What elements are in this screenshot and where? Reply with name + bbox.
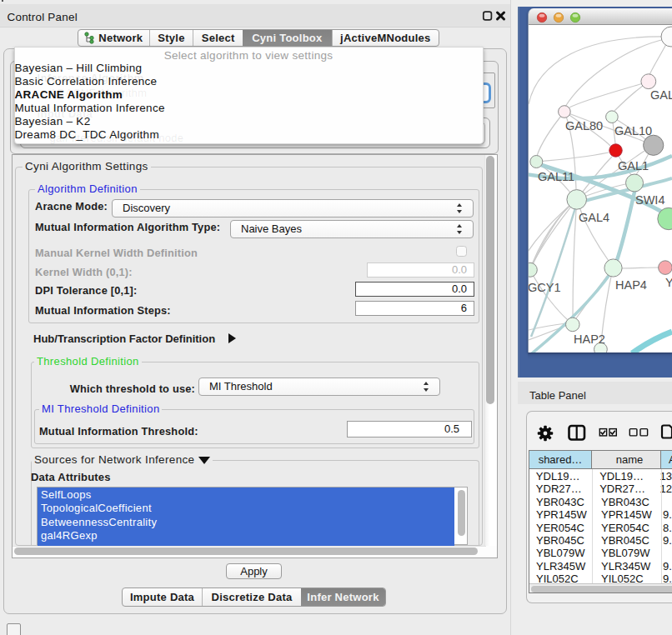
svg-text:GAL: GAL xyxy=(650,88,672,102)
svg-text:GAL10: GAL10 xyxy=(614,124,652,138)
svg-text:GAL4: GAL4 xyxy=(579,211,609,224)
svg-text:SWI4: SWI4 xyxy=(635,193,664,207)
svg-text:Y: Y xyxy=(665,276,672,289)
svg-text:GAL1: GAL1 xyxy=(618,159,649,172)
svg-text:GAL11: GAL11 xyxy=(538,170,574,183)
svg-text:HAP4: HAP4 xyxy=(615,278,647,292)
svg-text:GCY1: GCY1 xyxy=(529,281,561,294)
svg-text:HAP2: HAP2 xyxy=(574,332,605,346)
svg-text:GAL80: GAL80 xyxy=(565,119,603,132)
